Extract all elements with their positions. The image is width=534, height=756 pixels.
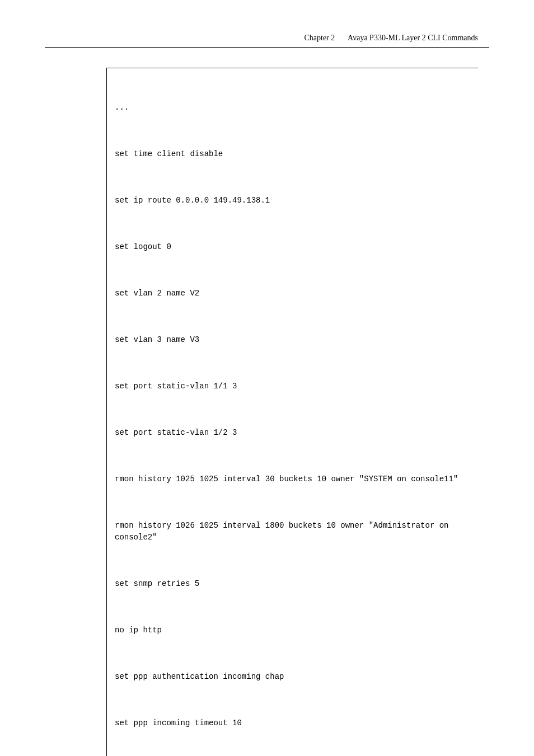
code-line: set snmp retries 5 <box>115 578 471 590</box>
code-line: set port static-vlan 1/1 3 <box>115 381 471 392</box>
code-line: set time client disable <box>115 148 471 160</box>
code-line: set port static-vlan 1/2 3 <box>115 427 471 439</box>
header-chapter: Chapter 2 <box>305 34 335 42</box>
header-title: Avaya P330-ML Layer 2 CLI Commands <box>348 34 478 42</box>
code-line: set logout 0 <box>115 241 471 253</box>
code-line: set ppp incoming timeout 10 <box>115 717 471 729</box>
code-line: set vlan 3 name V3 <box>115 334 471 346</box>
code-example: ... set time client disable set ip route… <box>106 68 478 756</box>
page-header: Chapter 2 Avaya P330-ML Layer 2 CLI Comm… <box>45 34 489 48</box>
code-line: rmon history 1026 1025 interval 1800 buc… <box>115 520 471 543</box>
code-line: ... <box>115 102 471 114</box>
code-line: rmon history 1025 1025 interval 30 bucke… <box>115 473 471 485</box>
code-line: no ip http <box>115 624 471 636</box>
code-line: set ppp authentication incoming chap <box>115 671 471 683</box>
code-line: set ip route 0.0.0.0 149.49.138.1 <box>115 195 471 206</box>
code-line: set vlan 2 name V2 <box>115 288 471 299</box>
